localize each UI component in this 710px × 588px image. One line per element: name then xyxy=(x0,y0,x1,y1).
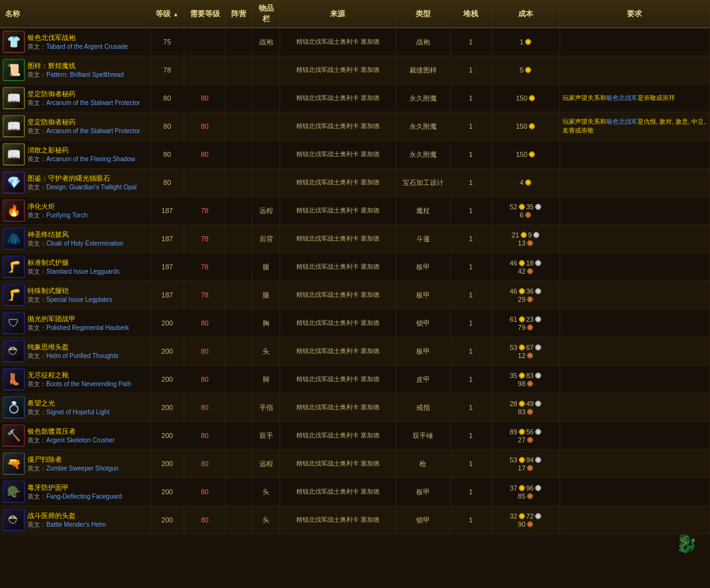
table-row[interactable]: ⛑ 战斗医师的头盔 英文：Battle Mender's Helm 20080头… xyxy=(0,506,710,534)
main-container: 名称 等级 ▲ 需要等级 阵营 物品栏 来源 xyxy=(0,0,710,553)
table-row[interactable]: 🔥 净化火炬 英文：Purifying Torch 18778远程精锐北伐军战士… xyxy=(0,197,710,225)
item-faction xyxy=(225,253,252,281)
item-requirements xyxy=(559,309,709,337)
item-source: 精锐北伐军战士奥利卡 塞加德 xyxy=(280,309,396,337)
item-name-cell: 📖 坚定防御者秘药 英文：Arcanum of the Stalwart Pro… xyxy=(0,84,150,112)
sort-arrow-level: ▲ xyxy=(173,11,179,17)
table-row[interactable]: 📖 坚定防御者秘药 英文：Arcanum of the Stalwart Pro… xyxy=(0,84,710,112)
table-row[interactable]: 🦵 特殊制式腿铠 英文：Special Issue Legplates 1877… xyxy=(0,281,710,309)
item-cost: 46 1842 xyxy=(491,253,559,281)
col-source[interactable]: 来源 xyxy=(280,0,396,28)
item-slot xyxy=(252,169,280,197)
item-level: 200 xyxy=(150,422,184,450)
table-row[interactable]: 🔫 僵尸扫除者 英文：Zombie Sweeper Shotgun 20080远… xyxy=(0,450,710,478)
col-requirements[interactable]: 要求 xyxy=(559,0,709,28)
col-req-level[interactable]: 需要等级 xyxy=(184,0,226,28)
item-req-level xyxy=(184,28,226,56)
item-slot: 胸 xyxy=(252,309,280,337)
item-cost: 46 3629 xyxy=(491,281,559,309)
item-type: 裁缝图样 xyxy=(396,56,450,84)
item-level: 80 xyxy=(150,112,184,141)
table-row[interactable]: 👕 银色北伐军战袍 英文：Tabard of the Argent Crusad… xyxy=(0,28,710,56)
table-row[interactable]: 🛡 抛光的军团战甲 英文：Polished Regimental Hauberk… xyxy=(0,309,710,337)
item-stack: 1 xyxy=(451,366,492,394)
item-source: 精锐北伐军战士奥利卡 塞加德 xyxy=(280,112,396,141)
table-row[interactable]: 👢 无尽征程之靴 英文：Boots of the Neverending Pat… xyxy=(0,366,710,394)
col-stack[interactable]: 堆栈 xyxy=(451,0,492,28)
col-level[interactable]: 等级 ▲ xyxy=(150,0,184,28)
item-type: 板甲 xyxy=(396,337,450,366)
item-requirements xyxy=(559,141,709,169)
table-row[interactable]: 📖 坚定防御者秘药 英文：Arcanum of the Stalwart Pro… xyxy=(0,112,710,141)
item-level: 80 xyxy=(150,84,184,112)
item-req-level xyxy=(184,169,226,197)
item-type: 锁甲 xyxy=(396,506,450,534)
item-slot: 后背 xyxy=(252,225,280,253)
item-name-cell: 🧥 神圣终结披风 英文：Cloak of Holy Extermination xyxy=(0,225,150,253)
item-stack: 1 xyxy=(451,337,492,366)
item-requirements xyxy=(559,28,709,56)
col-cost[interactable]: 成本 xyxy=(491,0,559,28)
item-cost: 37 9685 xyxy=(491,478,559,506)
item-type: 枪 xyxy=(396,450,450,478)
item-level: 187 xyxy=(150,253,184,281)
item-level: 187 xyxy=(150,197,184,225)
item-cost: 1 xyxy=(491,28,559,56)
item-name-cell: 🪖 毒牙防护面甲 英文：Fang-Deflecting Faceguard xyxy=(0,478,150,506)
item-req-level: 80 xyxy=(184,309,226,337)
table-row[interactable]: 🔨 银色骷髅震压者 英文：Argent Skeleton Crusher 200… xyxy=(0,422,710,450)
item-faction xyxy=(225,141,252,169)
item-name-cell: ⛑ 战斗医师的头盔 英文：Battle Mender's Helm xyxy=(0,506,150,534)
item-stack: 1 xyxy=(451,112,492,141)
item-cost: 4 xyxy=(491,169,559,197)
item-stack: 1 xyxy=(451,56,492,84)
col-faction[interactable]: 阵营 xyxy=(225,0,252,28)
item-cost: 32 7290 xyxy=(491,506,559,534)
table-row[interactable]: 📖 消散之影秘药 英文：Arcanum of the Fleeing Shado… xyxy=(0,141,710,169)
table-row[interactable]: 💎 图鉴：守护者的曙光猫眼石 英文：Design: Guardian's Twi… xyxy=(0,169,710,197)
item-cost: 53 6712 xyxy=(491,337,559,366)
item-name-cell: 👕 银色北伐军战袍 英文：Tabard of the Argent Crusad… xyxy=(0,28,150,56)
item-faction xyxy=(225,169,252,197)
footer-logo: 🐉 xyxy=(676,534,698,554)
item-req-level: 80 xyxy=(184,422,226,450)
item-faction xyxy=(225,84,252,112)
item-req-level: 78 xyxy=(184,253,226,281)
item-slot: 战袍 xyxy=(252,28,280,56)
item-stack: 1 xyxy=(451,506,492,534)
item-cost: 150 xyxy=(491,112,559,141)
item-cost: 21 913 xyxy=(491,225,559,253)
table-row[interactable]: 📜 图样：辉煌魔线 英文：Pattern: Brilliant Spellthr… xyxy=(0,56,710,84)
item-faction xyxy=(225,394,252,422)
item-slot: 头 xyxy=(252,478,280,506)
table-row[interactable]: 🧥 神圣终结披风 英文：Cloak of Holy Extermination … xyxy=(0,225,710,253)
item-level: 78 xyxy=(150,56,184,84)
item-cost: 53 9417 xyxy=(491,450,559,478)
item-source: 精锐北伐军战士奥利卡 塞加德 xyxy=(280,337,396,366)
col-name[interactable]: 名称 xyxy=(0,0,150,28)
table-row[interactable]: 🦵 标准制式护腿 英文：Standard Issue Legguards 187… xyxy=(0,253,710,281)
item-faction xyxy=(225,28,252,56)
item-slot: 手指 xyxy=(252,394,280,422)
item-level: 200 xyxy=(150,450,184,478)
table-row[interactable]: ⛑ 纯象思维头盔 英文：Helm of Purified Thoughts 20… xyxy=(0,337,710,366)
table-row[interactable]: 💍 希望之光 英文：Signet of Hopeful Light 20080手… xyxy=(0,394,710,422)
item-req-level xyxy=(184,56,226,84)
item-name-cell: 📖 消散之影秘药 英文：Arcanum of the Fleeing Shado… xyxy=(0,141,150,169)
item-stack: 1 xyxy=(451,141,492,169)
item-name-cell: 🔨 银色骷髅震压者 英文：Argent Skeleton Crusher xyxy=(0,422,150,450)
item-requirements xyxy=(559,197,709,225)
col-slot[interactable]: 物品栏 xyxy=(252,0,280,28)
items-table: 名称 等级 ▲ 需要等级 阵营 物品栏 来源 xyxy=(0,0,710,534)
col-type[interactable]: 类型 xyxy=(396,0,450,28)
item-requirements xyxy=(559,281,709,309)
item-level: 187 xyxy=(150,225,184,253)
item-source: 精锐北伐军战士奥利卡 塞加德 xyxy=(280,422,396,450)
item-type: 戒指 xyxy=(396,394,450,422)
table-row[interactable]: 🪖 毒牙防护面甲 英文：Fang-Deflecting Faceguard 20… xyxy=(0,478,710,506)
item-name-cell: 💎 图鉴：守护者的曙光猫眼石 英文：Design: Guardian's Twi… xyxy=(0,169,150,197)
item-source: 精锐北伐军战士奥利卡 塞加德 xyxy=(280,253,396,281)
item-type: 板甲 xyxy=(396,281,450,309)
item-faction xyxy=(225,450,252,478)
item-type: 永久附魔 xyxy=(396,112,450,141)
